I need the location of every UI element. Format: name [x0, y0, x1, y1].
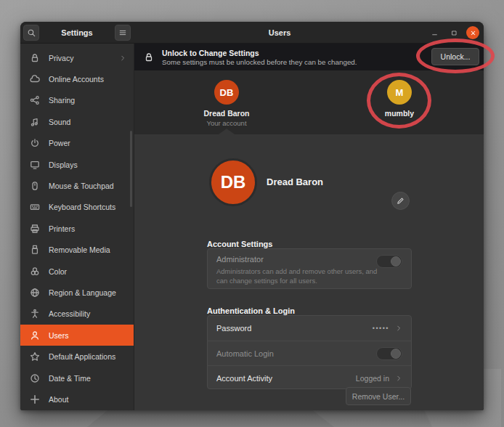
unlock-banner: Unlock to Change Settings Some settings …	[134, 44, 484, 70]
account-settings-heading: Account Settings	[207, 240, 272, 248]
sidebar-scrollbar[interactable]	[130, 131, 132, 207]
chevron-right-icon	[119, 54, 126, 62]
sidebar-item-default-applications[interactable]: Default Applications	[20, 346, 134, 367]
user-full-name: Dread Baron	[267, 176, 323, 187]
display-icon	[29, 159, 41, 171]
keyboard-icon	[29, 201, 41, 213]
hamburger-icon	[118, 28, 127, 37]
administrator-description: Administrators can add and remove other …	[216, 267, 402, 286]
minimize-button[interactable]	[428, 26, 441, 39]
auth-login-card: Password ••••• Automatic Login Account A…	[207, 315, 412, 389]
password-row[interactable]: Password •••••	[208, 316, 411, 341]
user-icon	[29, 330, 41, 341]
password-value: •••••	[373, 325, 389, 332]
lock-icon	[143, 52, 155, 63]
screen: { "window": { "app_title": "Settings", "…	[0, 0, 504, 427]
user-name: mumbly	[359, 109, 439, 118]
selected-user-caret	[219, 129, 235, 134]
maximize-icon	[451, 30, 458, 36]
sidebar-item-sound[interactable]: Sound	[20, 111, 134, 132]
power-icon	[29, 137, 41, 149]
share-icon	[29, 94, 41, 106]
sidebar: Privacy Online Accounts Sharing Sound Po…	[20, 44, 134, 410]
close-icon	[470, 30, 476, 36]
administrator-card: Administrator Administrators can add and…	[207, 248, 412, 289]
search-button[interactable]	[23, 25, 39, 41]
sidebar-item-users[interactable]: Users	[20, 325, 134, 346]
unlock-title: Unlock to Change Settings	[162, 49, 357, 57]
headerbar: Settings Users	[20, 22, 484, 44]
toggle-knob	[391, 256, 401, 267]
close-button[interactable]	[466, 26, 479, 39]
menu-button[interactable]	[115, 25, 131, 41]
chevron-right-icon	[395, 375, 402, 382]
accessibility-icon	[29, 308, 41, 320]
user-carousel: DB Dread Baron Your account M mumbly	[134, 70, 484, 134]
sidebar-item-displays[interactable]: Displays	[20, 154, 134, 175]
cloud-icon	[29, 73, 41, 85]
administrator-toggle[interactable]	[376, 255, 402, 268]
account-activity-label: Account Activity	[216, 374, 272, 383]
music-note-icon	[29, 116, 41, 128]
sidebar-item-color[interactable]: Color	[20, 261, 134, 282]
avatar: DB	[214, 80, 239, 105]
panel-title: Users	[134, 22, 425, 44]
chevron-right-icon	[395, 325, 402, 332]
sidebar-item-date-time[interactable]: Date & Time	[20, 367, 134, 389]
globe-icon	[29, 287, 41, 298]
color-circles-icon	[29, 266, 41, 277]
sidebar-item-removable-media[interactable]: Removable Media	[20, 240, 134, 261]
star-icon	[29, 351, 41, 362]
user-mumbly[interactable]: M mumbly	[359, 80, 439, 118]
sidebar-list: Privacy Online Accounts Sharing Sound Po…	[20, 44, 134, 410]
automatic-login-toggle[interactable]	[376, 347, 402, 360]
user-subtitle: Your account	[187, 119, 267, 127]
administrator-label: Administrator	[216, 255, 402, 264]
sidebar-item-accessibility[interactable]: Accessibility	[20, 304, 134, 325]
sidebar-item-online-accounts[interactable]: Online Accounts	[20, 68, 134, 89]
sidebar-item-mouse-touchpad[interactable]: Mouse & Touchpad	[20, 175, 134, 196]
toggle-knob	[391, 349, 401, 359]
account-activity-row[interactable]: Account Activity Logged in	[208, 365, 411, 390]
edit-name-button[interactable]	[391, 192, 410, 210]
usb-drive-icon	[29, 244, 41, 256]
sidebar-item-power[interactable]: Power	[20, 133, 134, 154]
password-label: Password	[216, 324, 251, 333]
sidebar-item-printers[interactable]: Printers	[20, 218, 134, 239]
clock-icon	[29, 373, 41, 384]
remove-user-button[interactable]: Remove User...	[346, 387, 411, 405]
lock-icon	[29, 52, 41, 64]
maximize-button[interactable]	[447, 26, 460, 39]
user-name: Dread Baron	[187, 109, 267, 118]
unlock-subtitle: Some settings must be unlocked before th…	[162, 58, 357, 66]
users-panel: Unlock to Change Settings Some settings …	[134, 44, 484, 410]
automatic-login-label: Automatic Login	[216, 349, 274, 358]
sidebar-item-privacy[interactable]: Privacy	[20, 47, 134, 68]
auth-login-heading: Authentication & Login	[207, 306, 295, 315]
unlock-text: Unlock to Change Settings Some settings …	[162, 49, 357, 66]
printer-icon	[29, 223, 41, 235]
sidebar-item-region-language[interactable]: Region & Language	[20, 282, 134, 303]
user-detail-panel: DB Dread Baron Account Settings Administ…	[134, 134, 484, 410]
sidebar-item-about[interactable]: About	[20, 389, 134, 410]
automatic-login-row: Automatic Login	[208, 341, 411, 365]
app-title: Settings	[41, 22, 113, 44]
unlock-button[interactable]: Unlock...	[431, 48, 479, 65]
avatar: M	[387, 80, 412, 105]
avatar[interactable]: DB	[209, 158, 257, 206]
search-icon	[27, 28, 36, 38]
settings-window: Settings Users Privacy	[20, 22, 484, 410]
about-icon	[29, 394, 41, 405]
sidebar-item-keyboard-shortcuts[interactable]: Keyboard Shortcuts	[20, 197, 134, 218]
user-dread-baron[interactable]: DB Dread Baron Your account	[187, 80, 267, 127]
pencil-icon	[396, 196, 405, 206]
sidebar-item-sharing[interactable]: Sharing	[20, 90, 134, 111]
account-activity-value: Logged in	[356, 374, 389, 383]
minimize-icon	[431, 30, 438, 36]
mouse-icon	[29, 180, 41, 192]
